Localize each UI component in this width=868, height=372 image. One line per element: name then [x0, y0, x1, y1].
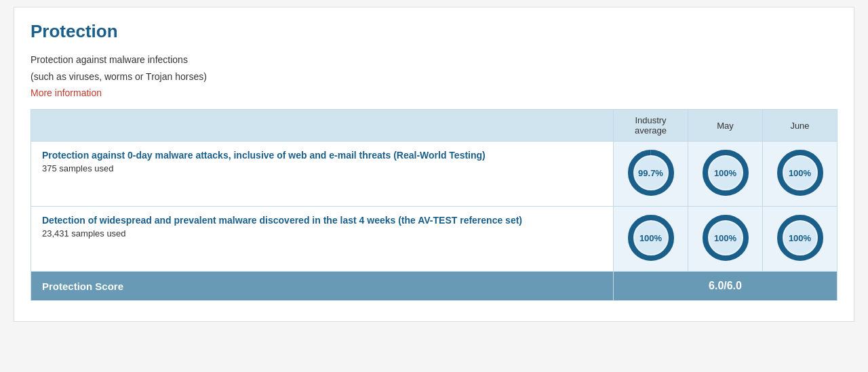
row-title: Protection against 0-day malware attacks…	[42, 150, 602, 161]
gauge-label: 100%	[639, 233, 662, 243]
gauge-circle: 100%	[776, 148, 825, 197]
may-cell: 100%	[688, 142, 763, 207]
header-june: June	[763, 110, 837, 142]
gauge-circle: 100%	[701, 213, 750, 262]
industry-avg-cell: 100%	[614, 207, 688, 272]
description-line1: Protection against malware infections	[31, 53, 837, 67]
row-label-cell: Protection against 0-day malware attacks…	[31, 142, 614, 207]
gauge-circle: 100%	[776, 213, 825, 262]
june-cell: 100%	[763, 207, 837, 272]
gauge-label: 99.7%	[638, 168, 663, 178]
score-value: 6.0/6.0	[614, 272, 837, 301]
may-cell: 100%	[688, 207, 763, 272]
row-title: Detection of widespread and prevalent ma…	[42, 215, 602, 226]
table-row: Protection against 0-day malware attacks…	[31, 142, 837, 207]
gauge-label: 100%	[714, 233, 736, 243]
header-label-col	[31, 110, 614, 142]
gauge-circle: 100%	[701, 148, 750, 197]
header-may: May	[688, 110, 763, 142]
protection-table: Industry average May June Protection aga…	[31, 109, 837, 301]
june-cell: 100%	[763, 142, 837, 207]
description-line2: (such as viruses, worms or Trojan horses…	[31, 70, 837, 84]
more-info-link[interactable]: More information	[31, 87, 102, 98]
score-row: Protection Score6.0/6.0	[31, 272, 837, 301]
gauge-circle: 100%	[627, 213, 675, 262]
row-subtitle: 23,431 samples used	[42, 228, 602, 239]
industry-avg-cell: 99.7%	[614, 142, 688, 207]
gauge-label: 100%	[714, 168, 736, 178]
header-industry-avg: Industry average	[614, 110, 688, 142]
score-label: Protection Score	[31, 272, 614, 301]
gauge-circle: 99.7%	[627, 148, 675, 197]
page-title: Protection	[31, 21, 837, 42]
protection-panel: Protection Protection against malware in…	[14, 7, 854, 322]
row-subtitle: 375 samples used	[42, 163, 602, 173]
row-label-cell: Detection of widespread and prevalent ma…	[31, 207, 614, 272]
table-row: Detection of widespread and prevalent ma…	[31, 207, 837, 272]
table-header-row: Industry average May June	[31, 110, 837, 142]
gauge-label: 100%	[789, 233, 811, 243]
gauge-label: 100%	[789, 168, 811, 178]
